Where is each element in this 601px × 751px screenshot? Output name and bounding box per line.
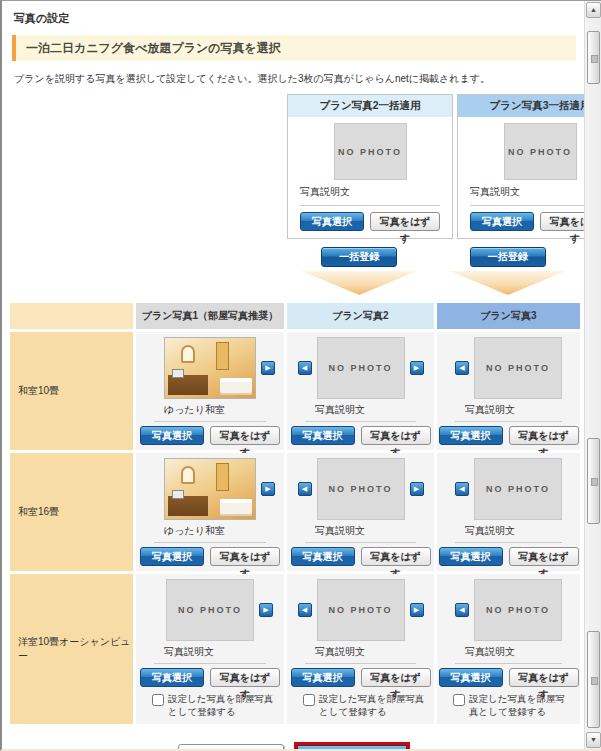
register-photos-button[interactable]: 写真を登録する: [297, 745, 407, 751]
room-label: 和室10畳: [10, 332, 133, 450]
remove-photo-button[interactable]: 写真をはずす: [509, 547, 579, 566]
room-photo-thumbnail: [164, 458, 256, 520]
right-arrow-icon: ▶: [265, 364, 270, 371]
left-arrow-icon: ◀: [459, 606, 464, 613]
select-photo-button[interactable]: 写真選択: [140, 668, 204, 687]
select-photo-button[interactable]: 写真選択: [439, 668, 503, 687]
up-arrow-icon: ▲: [590, 6, 597, 13]
photo-cell-r1c1: ▶ ゆったり和室 写真選択 写真をはずす: [136, 332, 284, 450]
scrollbar-thumb[interactable]: [587, 438, 600, 524]
room-label: 和室16畳: [10, 453, 133, 571]
move-photo-right-button[interactable]: ▶: [259, 603, 273, 617]
divider: [154, 421, 266, 422]
vertical-scrollbar[interactable]: ▲ ▼: [584, 1, 601, 749]
photo-caption: ゆったり和室: [164, 524, 278, 538]
left-arrow-icon: ◀: [302, 485, 307, 492]
register-as-room-photo-label: 設定した写真を部屋写真として登録する: [469, 693, 574, 719]
room-photo-thumbnail: [164, 337, 256, 399]
photo-cell-r3c1: NO PHOTO ▶ 写真説明文 写真選択 写真をはずす 設定した写真を部屋写真…: [136, 574, 284, 724]
move-photo-left-button[interactable]: ◀: [298, 361, 312, 375]
photo-caption: 写真説明文: [164, 645, 278, 659]
remove-photo-button[interactable]: 写真をはずす: [210, 668, 280, 687]
scrollbar-thumb[interactable]: [587, 31, 600, 84]
no-photo-placeholder: NO PHOTO: [334, 123, 407, 180]
scrollbar-up-button[interactable]: ▲: [586, 2, 601, 18]
move-photo-right-button[interactable]: ▶: [410, 603, 424, 617]
move-photo-right-button[interactable]: ▶: [410, 361, 424, 375]
right-arrow-icon: ▶: [265, 485, 270, 492]
left-arrow-icon: ◀: [459, 485, 464, 492]
table-header-photo3: プラン写真3: [437, 303, 580, 329]
instructions-text: プランを説明する写真を選択して設定してください。選択した3枚の写真がじゃらんne…: [14, 72, 586, 86]
photo-caption: 写真説明文: [465, 403, 574, 417]
bulk-apply-box-photo3: プラン写真3一括適用 NO PHOTO 写真説明文 写真選択 写真をはずす: [457, 94, 601, 239]
bulk-box-photo3-header: プラン写真3一括適用: [458, 95, 601, 117]
select-photo-button[interactable]: 写真選択: [291, 547, 355, 566]
select-photo-button[interactable]: 写真選択: [300, 212, 364, 231]
bulk-apply-box-photo2: プラン写真2一括適用 NO PHOTO 写真説明文 写真選択 写真をはずす: [287, 94, 453, 239]
select-photo-button[interactable]: 写真選択: [291, 668, 355, 687]
select-photo-button[interactable]: 写真選択: [439, 547, 503, 566]
remove-photo-button[interactable]: 写真をはずす: [509, 668, 579, 687]
bulk-register-button-photo2[interactable]: 一括登録: [321, 247, 397, 267]
photo-cell-r2c1: ▶ ゆったり和室 写真選択 写真をはずす: [136, 453, 284, 571]
select-photo-button[interactable]: 写真選択: [291, 426, 355, 445]
remove-photo-button[interactable]: 写真をはずす: [361, 668, 431, 687]
move-photo-left-button[interactable]: ◀: [298, 482, 312, 496]
photo-caption: ゆったり和室: [164, 403, 278, 417]
no-photo-placeholder: NO PHOTO: [166, 579, 254, 641]
move-photo-right-button[interactable]: ▶: [261, 482, 275, 496]
divider: [300, 205, 440, 206]
divider: [455, 542, 562, 543]
photo-caption: 写真説明文: [315, 645, 428, 659]
photo-caption: 写真説明文: [315, 403, 428, 417]
select-photo-button[interactable]: 写真選択: [140, 426, 204, 445]
register-as-room-photo-checkbox[interactable]: [453, 694, 465, 706]
no-photo-placeholder: NO PHOTO: [474, 579, 562, 641]
bulk-register-area: 一括登録 一括登録: [287, 247, 580, 295]
bulk-register-button-photo3[interactable]: 一括登録: [470, 247, 546, 267]
move-photo-right-button[interactable]: ▶: [410, 482, 424, 496]
register-as-room-photo-checkbox[interactable]: [303, 694, 315, 706]
move-photo-right-button[interactable]: ▶: [261, 361, 275, 375]
remove-photo-button[interactable]: 写真をはずす: [370, 212, 440, 231]
bulk-box-photo2-body: NO PHOTO 写真説明文 写真選択 写真をはずす: [288, 117, 452, 238]
photo-caption: 写真説明文: [465, 524, 574, 538]
table-header-room: [10, 303, 133, 329]
no-photo-placeholder: NO PHOTO: [317, 458, 405, 520]
bulk-apply-boxes: プラン写真2一括適用 NO PHOTO 写真説明文 写真選択 写真をはずす プラ…: [287, 94, 580, 239]
right-arrow-icon: ▶: [414, 606, 419, 613]
divider: [470, 205, 601, 206]
scrollbar-down-button[interactable]: ▼: [586, 732, 601, 748]
photo-caption: 写真説明文: [470, 185, 601, 199]
register-button-highlight: 写真を登録する: [294, 742, 410, 751]
no-photo-placeholder: NO PHOTO: [317, 337, 405, 399]
register-as-room-photo-checkbox[interactable]: [152, 694, 164, 706]
remove-photo-button[interactable]: 写真をはずす: [509, 426, 579, 445]
select-photo-button[interactable]: 写真選択: [439, 426, 503, 445]
left-arrow-icon: ◀: [459, 364, 464, 371]
select-photo-button[interactable]: 写真選択: [470, 212, 534, 231]
photo-settings-page: 写真の設定 一泊二日カニフグ食べ放題プランの写真を選択 プランを説明する写真を選…: [0, 0, 601, 751]
move-photo-left-button[interactable]: ◀: [455, 361, 469, 375]
remove-photo-button[interactable]: 写真をはずす: [210, 426, 280, 445]
remove-photo-button[interactable]: 写真をはずす: [361, 547, 431, 566]
photo-caption: 写真説明文: [300, 185, 440, 199]
move-photo-left-button[interactable]: ◀: [298, 603, 312, 617]
bulk-box-photo3-body: NO PHOTO 写真説明文 写真選択 写真をはずす: [458, 117, 601, 238]
photo-caption: 写真説明文: [465, 645, 574, 659]
remove-photo-button[interactable]: 写真をはずす: [210, 547, 280, 566]
move-photo-left-button[interactable]: ◀: [455, 482, 469, 496]
plan-section-header: 一泊二日カニフグ食べ放題プランの写真を選択: [12, 35, 576, 61]
divider: [455, 663, 562, 664]
divider: [154, 663, 266, 664]
register-as-room-photo-label: 設定した写真を部屋写真として登録する: [319, 693, 428, 719]
divider: [455, 421, 562, 422]
select-photo-button[interactable]: 写真選択: [140, 547, 204, 566]
divider: [305, 542, 416, 543]
scrollbar-thumb[interactable]: [587, 631, 600, 728]
move-photo-left-button[interactable]: ◀: [455, 603, 469, 617]
divider: [305, 663, 416, 664]
remove-photo-button[interactable]: 写真をはずす: [361, 426, 431, 445]
back-to-list-button[interactable]: 写真を登録しないで一覧へ戻る: [178, 744, 284, 751]
